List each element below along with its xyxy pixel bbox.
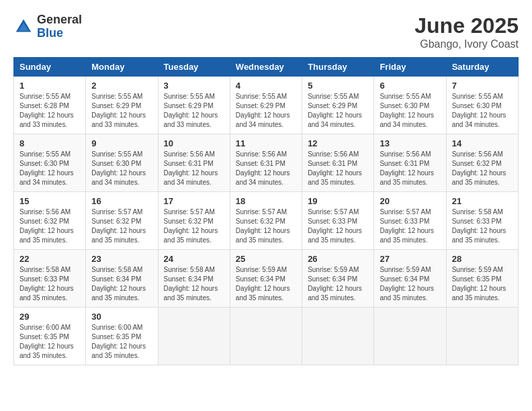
calendar-cell: 9Sunrise: 5:55 AM Sunset: 6:30 PM Daylig…: [86, 134, 158, 192]
day-number: 11: [236, 138, 296, 148]
week-row-5: 29Sunrise: 6:00 AM Sunset: 6:35 PM Dayli…: [14, 308, 519, 365]
calendar-cell: 22Sunrise: 5:58 AM Sunset: 6:33 PM Dayli…: [14, 250, 86, 308]
day-info: Sunrise: 5:58 AM Sunset: 6:34 PM Dayligh…: [91, 265, 152, 303]
day-info: Sunrise: 5:56 AM Sunset: 6:32 PM Dayligh…: [19, 208, 80, 245]
day-number: 21: [452, 196, 513, 206]
calendar-table: SundayMondayTuesdayWednesdayThursdayFrid…: [13, 57, 519, 365]
day-info: Sunrise: 5:56 AM Sunset: 6:31 PM Dayligh…: [308, 150, 368, 187]
day-info: Sunrise: 5:57 AM Sunset: 6:32 PM Dayligh…: [236, 208, 296, 245]
week-row-3: 15Sunrise: 5:56 AM Sunset: 6:32 PM Dayli…: [14, 192, 519, 250]
calendar-cell: 21Sunrise: 5:58 AM Sunset: 6:33 PM Dayli…: [446, 192, 518, 250]
day-info: Sunrise: 5:57 AM Sunset: 6:33 PM Dayligh…: [380, 208, 440, 245]
day-info: Sunrise: 6:00 AM Sunset: 6:35 PM Dayligh…: [91, 323, 152, 361]
day-number: 7: [452, 81, 513, 91]
day-info: Sunrise: 5:59 AM Sunset: 6:34 PM Dayligh…: [380, 265, 440, 303]
day-info: Sunrise: 5:55 AM Sunset: 6:30 PM Dayligh…: [91, 150, 152, 187]
page-header: General Blue June 2025 Gbango, Ivory Coa…: [13, 13, 519, 50]
day-number: 25: [236, 254, 296, 264]
day-number: 2: [91, 81, 152, 91]
title-area: June 2025 Gbango, Ivory Coast: [414, 13, 519, 50]
day-info: Sunrise: 5:57 AM Sunset: 6:33 PM Dayligh…: [308, 208, 368, 245]
day-info: Sunrise: 6:00 AM Sunset: 6:35 PM Dayligh…: [19, 323, 80, 361]
day-info: Sunrise: 5:56 AM Sunset: 6:31 PM Dayligh…: [236, 150, 296, 187]
day-info: Sunrise: 5:59 AM Sunset: 6:34 PM Dayligh…: [236, 265, 296, 303]
day-info: Sunrise: 5:58 AM Sunset: 6:34 PM Dayligh…: [164, 265, 224, 303]
day-number: 6: [380, 81, 440, 91]
day-info: Sunrise: 5:55 AM Sunset: 6:28 PM Dayligh…: [19, 92, 80, 130]
calendar-cell: 13Sunrise: 5:56 AM Sunset: 6:31 PM Dayli…: [374, 134, 446, 192]
logo-icon: [13, 17, 34, 37]
day-number: 22: [19, 254, 80, 264]
calendar-cell: 17Sunrise: 5:57 AM Sunset: 6:32 PM Dayli…: [158, 192, 230, 250]
calendar-cell: [158, 308, 230, 365]
day-number: 27: [380, 254, 440, 264]
header-tuesday: Tuesday: [158, 58, 230, 77]
header-saturday: Saturday: [446, 58, 518, 77]
calendar-cell: 23Sunrise: 5:58 AM Sunset: 6:34 PM Dayli…: [86, 250, 158, 308]
day-number: 15: [19, 196, 80, 206]
calendar-cell: 27Sunrise: 5:59 AM Sunset: 6:34 PM Dayli…: [374, 250, 446, 308]
day-info: Sunrise: 5:56 AM Sunset: 6:32 PM Dayligh…: [452, 150, 513, 187]
day-number: 26: [308, 254, 368, 264]
calendar-title: June 2025: [414, 13, 519, 38]
day-number: 24: [164, 254, 224, 264]
calendar-cell: 14Sunrise: 5:56 AM Sunset: 6:32 PM Dayli…: [446, 134, 518, 192]
day-number: 17: [164, 196, 224, 206]
logo-blue: Blue: [37, 27, 82, 40]
day-number: 16: [91, 196, 152, 206]
day-number: 3: [164, 81, 224, 91]
calendar-cell: 12Sunrise: 5:56 AM Sunset: 6:31 PM Dayli…: [302, 134, 374, 192]
calendar-cell: [302, 308, 374, 365]
day-info: Sunrise: 5:58 AM Sunset: 6:33 PM Dayligh…: [452, 208, 513, 245]
day-info: Sunrise: 5:55 AM Sunset: 6:29 PM Dayligh…: [164, 92, 224, 130]
calendar-cell: 10Sunrise: 5:56 AM Sunset: 6:31 PM Dayli…: [158, 134, 230, 192]
calendar-cell: 3Sunrise: 5:55 AM Sunset: 6:29 PM Daylig…: [158, 77, 230, 134]
header-sunday: Sunday: [14, 58, 86, 77]
week-row-2: 8Sunrise: 5:55 AM Sunset: 6:30 PM Daylig…: [14, 134, 519, 192]
calendar-cell: 25Sunrise: 5:59 AM Sunset: 6:34 PM Dayli…: [230, 250, 302, 308]
calendar-header: SundayMondayTuesdayWednesdayThursdayFrid…: [14, 58, 519, 77]
day-number: 10: [164, 138, 224, 148]
day-info: Sunrise: 5:59 AM Sunset: 6:34 PM Dayligh…: [308, 265, 368, 303]
day-number: 9: [91, 138, 152, 148]
day-number: 13: [380, 138, 440, 148]
day-number: 18: [236, 196, 296, 206]
week-row-4: 22Sunrise: 5:58 AM Sunset: 6:33 PM Dayli…: [14, 250, 519, 308]
day-info: Sunrise: 5:55 AM Sunset: 6:30 PM Dayligh…: [452, 92, 513, 130]
day-number: 23: [91, 254, 152, 264]
calendar-cell: 2Sunrise: 5:55 AM Sunset: 6:29 PM Daylig…: [86, 77, 158, 134]
calendar-cell: 7Sunrise: 5:55 AM Sunset: 6:30 PM Daylig…: [446, 77, 518, 134]
calendar-cell: 19Sunrise: 5:57 AM Sunset: 6:33 PM Dayli…: [302, 192, 374, 250]
day-number: 30: [91, 312, 152, 322]
day-number: 8: [19, 138, 80, 148]
calendar-body: 1Sunrise: 5:55 AM Sunset: 6:28 PM Daylig…: [14, 77, 519, 365]
calendar-cell: 29Sunrise: 6:00 AM Sunset: 6:35 PM Dayli…: [14, 308, 86, 365]
header-row: SundayMondayTuesdayWednesdayThursdayFrid…: [14, 58, 519, 77]
day-info: Sunrise: 5:57 AM Sunset: 6:32 PM Dayligh…: [164, 208, 224, 245]
day-number: 29: [19, 312, 80, 322]
header-thursday: Thursday: [302, 58, 374, 77]
day-info: Sunrise: 5:57 AM Sunset: 6:32 PM Dayligh…: [91, 208, 152, 245]
day-info: Sunrise: 5:55 AM Sunset: 6:29 PM Dayligh…: [91, 92, 152, 130]
logo-text: General Blue: [37, 13, 82, 40]
day-info: Sunrise: 5:59 AM Sunset: 6:35 PM Dayligh…: [452, 265, 513, 303]
calendar-cell: 30Sunrise: 6:00 AM Sunset: 6:35 PM Dayli…: [86, 308, 158, 365]
calendar-cell: 28Sunrise: 5:59 AM Sunset: 6:35 PM Dayli…: [446, 250, 518, 308]
header-wednesday: Wednesday: [230, 58, 302, 77]
calendar-cell: 5Sunrise: 5:55 AM Sunset: 6:29 PM Daylig…: [302, 77, 374, 134]
day-number: 28: [452, 254, 513, 264]
day-number: 5: [308, 81, 368, 91]
logo: General Blue: [13, 13, 82, 40]
calendar-cell: 4Sunrise: 5:55 AM Sunset: 6:29 PM Daylig…: [230, 77, 302, 134]
header-monday: Monday: [86, 58, 158, 77]
calendar-cell: 11Sunrise: 5:56 AM Sunset: 6:31 PM Dayli…: [230, 134, 302, 192]
calendar-cell: 18Sunrise: 5:57 AM Sunset: 6:32 PM Dayli…: [230, 192, 302, 250]
day-number: 14: [452, 138, 513, 148]
day-number: 20: [380, 196, 440, 206]
calendar-subtitle: Gbango, Ivory Coast: [414, 38, 519, 50]
day-info: Sunrise: 5:55 AM Sunset: 6:30 PM Dayligh…: [380, 92, 440, 130]
week-row-1: 1Sunrise: 5:55 AM Sunset: 6:28 PM Daylig…: [14, 77, 519, 134]
header-friday: Friday: [374, 58, 446, 77]
day-number: 19: [308, 196, 368, 206]
calendar-cell: 8Sunrise: 5:55 AM Sunset: 6:30 PM Daylig…: [14, 134, 86, 192]
